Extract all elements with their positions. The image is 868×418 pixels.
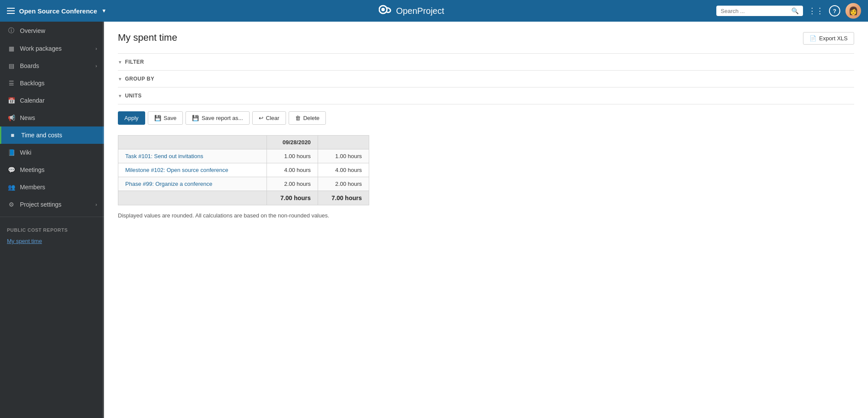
logo-text: OpenProject [396,6,444,16]
sidebar-item-overview[interactable]: ⓘ Overview [0,22,104,40]
table-cell-total: 4.00 hours [318,163,369,177]
sidebar-resize-handle[interactable] [103,22,104,418]
table-cell-date: 4.00 hours [267,163,318,177]
user-avatar[interactable]: 👩 [845,3,861,19]
search-box[interactable]: 🔍 [716,6,803,16]
sidebar-item-label: Work packages [20,45,91,52]
sidebar-item-backlogs[interactable]: ☰ Backlogs [0,75,104,92]
sidebar-arrow-icon: › [95,46,97,51]
table-header-empty [118,136,267,149]
sidebar-item-meetings[interactable]: 💬 Meetings [0,161,104,178]
table-cell-date: 1.00 hours [267,149,318,163]
hamburger-menu-icon[interactable] [7,8,15,14]
sidebar-item-label: News [20,114,97,121]
sidebar-arrow-icon: › [95,63,97,68]
apply-button[interactable]: Apply [118,111,145,125]
filter-toggle[interactable]: ▼ FILTER [118,59,854,65]
units-section: ▼ UNITS [118,87,854,104]
table-header-row: 09/28/2020 [118,136,369,149]
table-footer-grand-total: 7.00 hours [318,191,369,205]
clear-button[interactable]: ↩ Clear [252,111,286,125]
save-report-icon: 💾 [192,115,199,121]
table-note: Displayed values are rounded. All calcul… [118,212,854,219]
sidebar-meetings-icon: 💬 [7,166,16,173]
sidebar-link-my-spent-time[interactable]: My spent time [0,235,104,247]
sidebar-item-label: Wiki [20,149,97,156]
action-buttons: Apply 💾 Save 💾 Save report as... ↩ Clear… [118,104,854,132]
table-row: Phase #99: Organize a conference 2.00 ho… [118,177,369,191]
sidebar-item-label: Backlogs [20,80,97,87]
sidebar-arrow-icon: › [95,202,97,207]
table-footer-row: 7.00 hours 7.00 hours [118,191,369,205]
search-icon: 🔍 [791,7,799,14]
table-footer-label [118,191,267,205]
export-icon: 📄 [809,35,816,42]
table-cell-label[interactable]: Phase #99: Organize a conference [118,177,267,191]
sidebar-item-label: Boards [20,62,91,69]
sidebar-section-title: PUBLIC COST REPORTS [0,220,104,235]
table-row: Task #101: Send out invitations 1.00 hou… [118,149,369,163]
project-name[interactable]: Open Source Conference [19,7,97,15]
help-icon[interactable]: ? [829,5,840,16]
page-header: My spent time 📄 Export XLS [118,32,854,45]
sidebar-backlogs-icon: ☰ [7,80,16,87]
sidebar-item-wiki[interactable]: 📘 Wiki [0,144,104,161]
table-cell-date: 2.00 hours [267,177,318,191]
sidebar-boards-icon: ▤ [7,62,16,69]
project-dropdown-icon[interactable]: ▼ [101,8,107,14]
table-header-total [318,136,369,149]
table-cell-total: 2.00 hours [318,177,369,191]
report-table: 09/28/2020 Task #101: Send out invitatio… [118,135,369,205]
sidebar-item-boards[interactable]: ▤ Boards › [0,57,104,75]
top-navigation: Open Source Conference ▼ OpenProject 🔍 ⋮… [0,0,868,22]
modules-grid-icon[interactable]: ⋮⋮ [808,6,824,16]
undo-icon: ↩ [259,115,263,121]
sidebar-item-news[interactable]: 📢 News [0,109,104,126]
sidebar-item-label: Project settings [20,201,91,208]
sidebar-news-icon: 📢 [7,114,16,121]
search-input[interactable] [721,8,789,14]
group-by-chevron-icon: ▼ [118,77,122,81]
sidebar-item-label: Calendar [20,97,97,104]
sidebar-item-calendar[interactable]: 📅 Calendar [0,92,104,109]
table-cell-total: 1.00 hours [318,149,369,163]
save-icon: 💾 [154,115,161,121]
filter-chevron-icon: ▼ [118,60,122,65]
export-xls-button[interactable]: 📄 Export XLS [803,32,854,45]
sidebar-item-label: Time and costs [21,132,97,139]
delete-button[interactable]: 🗑 Delete [289,111,326,125]
group-by-toggle[interactable]: ▼ GROUP BY [118,76,854,82]
table-footer-date-total: 7.00 hours [267,191,318,205]
units-chevron-icon: ▼ [118,94,122,98]
sidebar-project-settings-icon: ⚙ [7,201,16,208]
sidebar-item-work-packages[interactable]: ▦ Work packages › [0,40,104,57]
table-header-date: 09/28/2020 [267,136,318,149]
units-toggle[interactable]: ▼ UNITS [118,93,854,99]
sidebar-item-label: Meetings [20,166,97,173]
sidebar-work-packages-icon: ▦ [7,45,16,52]
sidebar-item-members[interactable]: 👥 Members [0,178,104,196]
trash-icon: 🗑 [295,115,301,121]
svg-point-1 [381,8,385,11]
sidebar-item-project-settings[interactable]: ⚙ Project settings › [0,196,104,213]
sidebar-time-and-costs-icon: ■ [8,132,17,139]
sidebar-members-icon: 👥 [7,184,16,191]
sidebar-wiki-icon: 📘 [7,149,16,156]
sidebar-item-time-and-costs[interactable]: ■ Time and costs [0,126,104,144]
sidebar-divider [0,217,104,217]
sidebar-item-label: Overview [20,27,97,34]
sidebar-item-label: Members [20,184,97,191]
page-title: My spent time [118,32,177,43]
main-content: My spent time 📄 Export XLS ▼ FILTER ▼ GR… [104,22,868,418]
table-row: Milestone #102: Open source conference 4… [118,163,369,177]
table-cell-label[interactable]: Task #101: Send out invitations [118,149,267,163]
group-by-section: ▼ GROUP BY [118,70,854,87]
logo-icon [379,4,392,17]
table-cell-label[interactable]: Milestone #102: Open source conference [118,163,267,177]
save-button[interactable]: 💾 Save [148,111,183,125]
sidebar: ⓘ Overview ▦ Work packages › ▤ Boards › … [0,22,104,418]
save-report-as-button[interactable]: 💾 Save report as... [185,111,249,125]
sidebar-overview-icon: ⓘ [7,27,16,35]
sidebar-calendar-icon: 📅 [7,97,16,104]
filter-section: ▼ FILTER [118,53,854,70]
